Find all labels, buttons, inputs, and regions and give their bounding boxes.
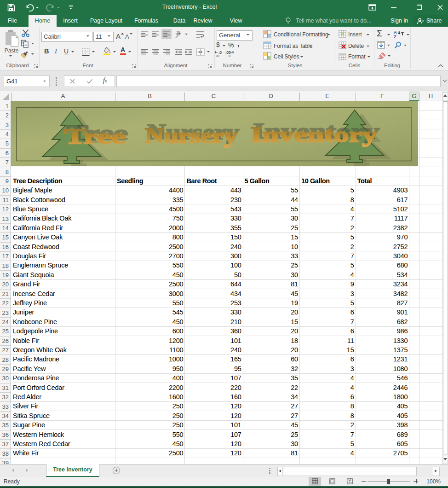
svg-text:Z: Z bbox=[394, 34, 396, 39]
svg-text:0: 0 bbox=[229, 54, 230, 58]
svg-text:Nursery: Nursery bbox=[145, 124, 237, 147]
svg-text:Inventory: Inventory bbox=[251, 122, 377, 146]
svg-text:Tree: Tree bbox=[64, 125, 126, 148]
svg-text:00: 00 bbox=[216, 54, 219, 58]
